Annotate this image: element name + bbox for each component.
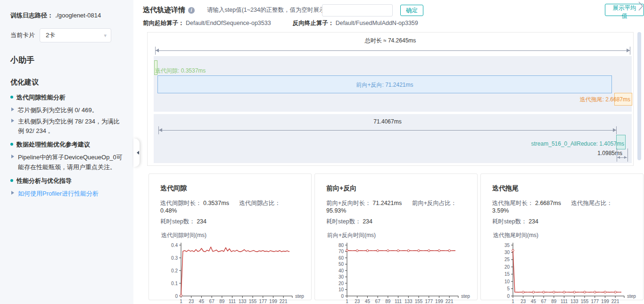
svg-text:40: 40 xyxy=(339,268,344,273)
svg-text:1: 1 xyxy=(346,299,348,304)
chart-title: 迭代间隙时间(ms) xyxy=(161,231,303,239)
svg-text:221: 221 xyxy=(280,299,288,304)
second-duration-label: 71.4067ms xyxy=(158,118,617,125)
collapse-left-icon xyxy=(135,151,139,155)
iteration-gap-chart: 00.10.20.30.4123456789111133155177199221… xyxy=(160,239,306,304)
svg-text:20: 20 xyxy=(339,281,344,286)
sidebar-collapse-handle[interactable] xyxy=(133,139,140,167)
bullet-icon xyxy=(10,179,13,182)
svg-text:70: 70 xyxy=(339,249,344,254)
svg-text:67: 67 xyxy=(375,299,381,304)
svg-text:177: 177 xyxy=(425,299,433,304)
svg-text:0.4: 0.4 xyxy=(171,243,178,248)
card-steps: 耗时step数： 234 xyxy=(492,218,635,226)
bullet-icon xyxy=(10,96,13,99)
tail-label: 迭代拖尾: 2.6687ms xyxy=(580,96,630,104)
collapse-right-icon[interactable] xyxy=(638,1,644,11)
svg-text:0: 0 xyxy=(507,294,510,299)
svg-text:155: 155 xyxy=(415,299,423,304)
svg-text:25: 25 xyxy=(504,257,510,262)
svg-text:0: 0 xyxy=(341,294,344,299)
train-log-path: 训练日志路径： ./googlenet-0814 xyxy=(10,11,124,20)
suggestion-item: Pipeline中的算子DeviceQueueOp_0可能存在性能瓶颈，请用户重… xyxy=(10,153,124,172)
svg-text:133: 133 xyxy=(239,299,247,304)
suggestion-item: 主机侧队列为空比例 78/ 234，为满比例 92/ 234 。 xyxy=(10,117,124,136)
card-select-value: 2卡 xyxy=(46,32,55,39)
arrow-right-icon xyxy=(11,107,16,111)
svg-text:199: 199 xyxy=(435,299,443,304)
svg-text:45: 45 xyxy=(199,299,205,304)
step-input[interactable] xyxy=(322,4,393,16)
card-select[interactable]: 2卡 ▾ xyxy=(40,28,111,42)
svg-text:0.1: 0.1 xyxy=(171,281,178,286)
arrow-right-icon xyxy=(11,155,16,158)
svg-text:30: 30 xyxy=(339,274,344,279)
allreduce-label: stream_516_0_AllReduce: 1.4057ms xyxy=(531,140,624,147)
svg-text:10: 10 xyxy=(339,287,344,292)
iteration-gap-label: 迭代间隙: 0.3537ms xyxy=(155,67,206,75)
svg-text:111: 111 xyxy=(395,299,402,304)
card-stats: 迭代间隙时长： 0.3537ms 迭代间隙占比： 0.48% xyxy=(160,199,303,214)
profiler-help-link[interactable]: 如何使用Profiler进行性能分析 xyxy=(10,189,124,198)
step-trace-timeline: 总时长 ≈ 74.2645ms 迭代间隙: 0.3537ms 前向+反向: 71… xyxy=(147,32,634,166)
svg-text:221: 221 xyxy=(446,299,454,304)
svg-text:23: 23 xyxy=(520,299,526,304)
svg-text:step: step xyxy=(295,294,304,299)
svg-text:89: 89 xyxy=(385,299,391,304)
second-duration-arrow xyxy=(158,126,617,134)
arrow-right-icon xyxy=(11,191,16,195)
card-title: 迭代间隙 xyxy=(160,184,303,193)
svg-text:0.2: 0.2 xyxy=(171,268,178,273)
card-title: 迭代拖尾 xyxy=(492,184,635,193)
chart-title: 前向+反向时间(ms) xyxy=(327,231,469,239)
measure-tick xyxy=(627,148,628,162)
svg-text:step: step xyxy=(627,294,636,299)
card-steps: 耗时step数： 234 xyxy=(326,218,469,226)
current-card-label: 当前卡片 xyxy=(10,31,40,40)
svg-text:111: 111 xyxy=(561,299,568,304)
svg-text:5: 5 xyxy=(507,286,510,291)
card-fw-bw: 前向+反向 前向+反向时长： 71.2421ms 前向+反向占比： 95.93%… xyxy=(314,173,478,300)
svg-text:89: 89 xyxy=(551,299,557,304)
svg-text:1: 1 xyxy=(180,299,182,304)
tail-chart: 0510152025303512345678911113315517719922… xyxy=(492,239,638,304)
svg-text:45: 45 xyxy=(531,299,537,304)
svg-text:177: 177 xyxy=(591,299,599,304)
card-tail: 迭代拖尾 迭代拖尾时长： 2.6687ms 迭代拖尾占比： 3.59% 耗时st… xyxy=(480,173,644,300)
card-title: 前向+反向 xyxy=(326,184,469,193)
svg-text:199: 199 xyxy=(601,299,609,304)
card-steps: 耗时step数： 234 xyxy=(160,218,303,226)
info-icon[interactable]: i xyxy=(188,7,195,14)
svg-text:60: 60 xyxy=(339,255,344,261)
chevron-down-icon: ▾ xyxy=(104,29,107,42)
svg-text:10: 10 xyxy=(504,279,510,284)
svg-text:15: 15 xyxy=(504,271,510,277)
svg-text:199: 199 xyxy=(269,299,277,304)
svg-text:221: 221 xyxy=(611,299,619,304)
arrow-right-icon xyxy=(11,119,16,123)
bullet-icon xyxy=(10,143,13,146)
svg-text:45: 45 xyxy=(365,299,371,304)
svg-text:step: step xyxy=(461,294,470,299)
suggestion-section-title: 迭代间隙性能分析 xyxy=(10,93,124,102)
forward-start-operator: 前向起始算子： Default/EndOfSequence-op3533 xyxy=(143,19,271,27)
card-stats: 前向+反向时长： 71.2421ms 前向+反向占比： 95.93% xyxy=(326,199,469,214)
train-log-path-label: 训练日志路径： xyxy=(10,12,53,19)
small-measure-arrow xyxy=(617,154,627,162)
svg-text:0.3: 0.3 xyxy=(171,255,178,261)
confirm-button[interactable]: 确定 xyxy=(400,5,423,16)
page-title: 迭代轨迹详情 xyxy=(143,6,185,15)
suggestion-section-title: 数据处理性能优化参考建议 xyxy=(10,140,124,149)
total-duration-label: 总时长 ≈ 74.2645ms xyxy=(148,37,633,45)
chart-title: 迭代拖尾时间(ms) xyxy=(493,231,635,239)
vertical-scrollbar-thumb[interactable] xyxy=(637,32,641,160)
svg-text:0: 0 xyxy=(175,294,178,299)
svg-text:177: 177 xyxy=(259,299,267,304)
svg-text:89: 89 xyxy=(219,299,225,304)
svg-text:67: 67 xyxy=(541,299,547,304)
sidebar: 训练日志路径： ./googlenet-0814 当前卡片 2卡 ▾ 小助手 优… xyxy=(0,0,133,304)
assistant-title: 小助手 xyxy=(10,55,124,66)
card-iteration-gap: 迭代间隙 迭代间隙时长： 0.3537ms 迭代间隙占比： 0.48% 耗时st… xyxy=(149,173,312,300)
train-log-path-value: ./googlenet-0814 xyxy=(55,12,101,19)
svg-text:50: 50 xyxy=(339,262,344,267)
